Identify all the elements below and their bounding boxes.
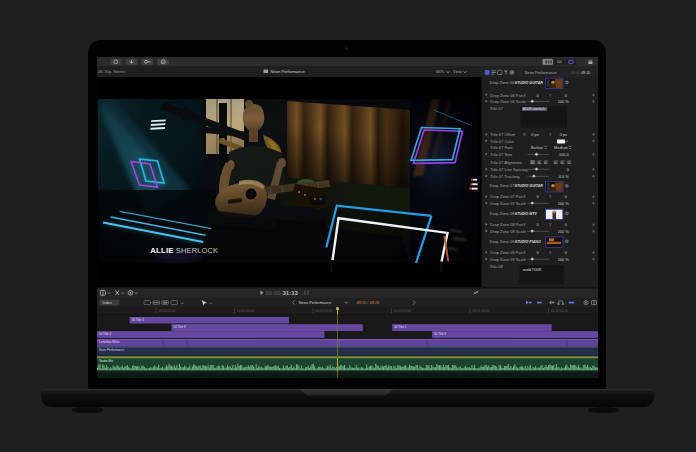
svg-text:Medium: Medium: [554, 145, 568, 150]
svg-text:X: X: [523, 250, 526, 255]
svg-text:X: X: [523, 93, 526, 98]
svg-text:0 px: 0 px: [560, 132, 567, 137]
svg-text:Index: Index: [103, 300, 113, 305]
svg-text:Drop Zone 08 Scale: Drop Zone 08 Scale: [490, 229, 526, 234]
svg-text:Drop Zone 09 Scale: Drop Zone 09 Scale: [490, 257, 526, 262]
svg-text:00:01:40:00: 00:01:40:00: [473, 309, 490, 313]
svg-text:Neon Performance: Neon Performance: [299, 300, 332, 305]
svg-text:Title 07 Tracking: Title 07 Tracking: [490, 174, 519, 179]
svg-text:Title 07 Font: Title 07 Font: [490, 145, 513, 150]
svg-text:48:20 / 48:20: 48:20 / 48:20: [357, 300, 381, 305]
svg-text:100.0: 100.0: [559, 152, 570, 157]
svg-text:00:00: 00:00: [266, 290, 282, 296]
svg-text:00:01:00:00: 00:01:00:00: [316, 309, 333, 313]
svg-text:world TOUR: world TOUR: [523, 268, 542, 272]
svg-text:Neon Performance: Neon Performance: [271, 69, 306, 74]
svg-text:Drop Zone 07:: Drop Zone 07:: [490, 183, 516, 188]
svg-text:00:00:40:00: 00:00:40:00: [237, 309, 254, 313]
svg-text:Neon Performance: Neon Performance: [525, 71, 557, 75]
svg-text:48:20: 48:20: [581, 71, 590, 75]
svg-text:Drop Zone 08:: Drop Zone 08:: [490, 211, 516, 216]
svg-text:31:13: 31:13: [283, 290, 299, 296]
svg-text:Title 07: Title 07: [490, 106, 504, 111]
svg-text:STUDIO GUITAR: STUDIO GUITAR: [515, 81, 543, 85]
svg-text:00:01:20:00: 00:01:20:00: [394, 309, 411, 313]
svg-text:ALLIE sherlock: ALLIE sherlock: [523, 107, 546, 111]
svg-text:Drop Zone 07 Pan: Drop Zone 07 Pan: [490, 194, 523, 199]
svg-text:Y: Y: [549, 222, 552, 227]
svg-text:00 Title 9: 00 Title 9: [434, 332, 447, 336]
svg-text:Drop Zone 06 Scale: Drop Zone 06 Scale: [490, 99, 526, 104]
svg-text:00:02:00:00: 00:02:00:00: [551, 309, 568, 313]
svg-text:Title 07 Line Spacing: Title 07 Line Spacing: [490, 167, 527, 172]
svg-text:Title 07 Color: Title 07 Color: [490, 139, 514, 144]
svg-text:Neon Performance: Neon Performance: [99, 348, 125, 352]
svg-text:Title 07 Alignment: Title 07 Alignment: [490, 160, 523, 165]
svg-text:100 %: 100 %: [558, 257, 570, 262]
svg-text:Letterbox Matte: Letterbox Matte: [99, 340, 120, 344]
svg-text:Drop Zone 07 Scale: Drop Zone 07 Scale: [490, 201, 526, 206]
svg-text:0 px: 0 px: [531, 132, 538, 137]
svg-text:00 Title 1: 00 Title 1: [394, 325, 407, 329]
svg-text:X: X: [523, 132, 526, 137]
svg-text:View: View: [453, 69, 462, 74]
svg-text:STUDIO PIANO: STUDIO PIANO: [515, 240, 541, 244]
svg-text:00 Title 3: 00 Title 3: [99, 332, 112, 336]
svg-text:Drop Zone 09:: Drop Zone 09:: [490, 239, 516, 244]
svg-text:STUDIO GUITAR: STUDIO GUITAR: [515, 184, 543, 188]
svg-text:100 %: 100 %: [558, 99, 570, 104]
svg-text:100 %: 100 %: [558, 229, 570, 234]
svg-text:100 %: 100 %: [558, 201, 570, 206]
svg-text:4K 30p, Stereo: 4K 30p, Stereo: [98, 69, 126, 74]
svg-text:-4.0 %: -4.0 %: [558, 174, 570, 179]
svg-text:Drop Zone 06:: Drop Zone 06:: [490, 80, 516, 85]
svg-text:66%: 66%: [436, 69, 445, 74]
svg-text:X: X: [523, 194, 526, 199]
svg-text:Title 07 Offset: Title 07 Offset: [490, 132, 516, 137]
svg-text:STUDIO MTV: STUDIO MTV: [515, 212, 538, 216]
svg-text:00:00: 00:00: [571, 71, 580, 75]
svg-text:X: X: [523, 222, 526, 227]
svg-text:SHERLOCK: SHERLOCK: [176, 246, 218, 255]
svg-text:Y: Y: [549, 194, 552, 199]
svg-text:Studio Mix: Studio Mix: [99, 359, 114, 363]
svg-text:Title 07 Size: Title 07 Size: [490, 152, 513, 157]
svg-text:00:00:20:00: 00:00:20:00: [159, 309, 176, 313]
svg-text:Y: Y: [549, 93, 552, 98]
svg-text:Y: Y: [549, 132, 552, 137]
svg-text:Drop Zone 09 Pan: Drop Zone 09 Pan: [490, 250, 523, 255]
svg-text:Title 08: Title 08: [490, 264, 504, 269]
svg-text:Barlow: Barlow: [531, 145, 543, 150]
svg-text:00 Title 8: 00 Title 8: [174, 325, 187, 329]
svg-text:Y: Y: [549, 250, 552, 255]
svg-text:Drop Zone 08 Pan: Drop Zone 08 Pan: [490, 222, 523, 227]
svg-text:00 Title 6: 00 Title 6: [132, 318, 145, 322]
svg-text:Drop Zone 06 Pan: Drop Zone 06 Pan: [490, 93, 523, 98]
svg-text:ALLIE: ALLIE: [150, 246, 174, 255]
